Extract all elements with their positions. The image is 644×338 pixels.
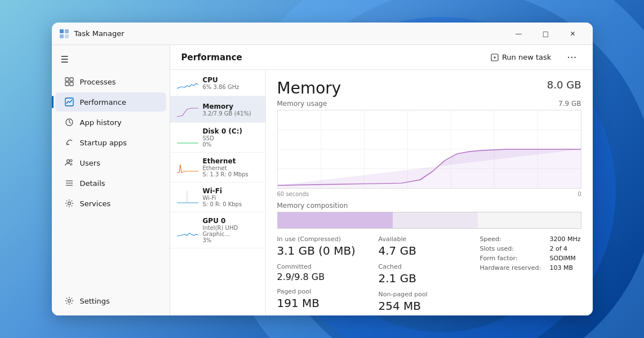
wifi-sub2: S: 0 R: 0 Kbps	[203, 201, 259, 207]
memory-usage-label: Memory usage	[277, 100, 327, 108]
more-options-button[interactable]: ···	[562, 49, 581, 65]
disk-name: Disk 0 (C:)	[203, 127, 259, 135]
panel-title: Performance	[181, 52, 242, 63]
stat-non-paged-pool: Non-paged pool 254 MB	[379, 291, 480, 313]
stat-committed: Committed 2.9/9.8 GB	[277, 263, 379, 282]
device-item-memory[interactable]: Memory 3.2/7.9 GB (41%)	[170, 96, 265, 123]
svg-point-15	[68, 202, 70, 205]
disk-sub2: 0%	[203, 141, 259, 148]
paged-pool-value: 191 MB	[277, 296, 379, 310]
in-use-value: 3.1 GB (0 MB)	[277, 244, 379, 257]
task-manager-window: Task Manager — □ ✕ ☰ Proc	[52, 23, 593, 315]
memory-total-value: 8.0 GB	[547, 79, 581, 91]
wifi-info: Wi-Fi Wi-Fi S: 0 R: 0 Kbps	[203, 187, 259, 207]
memory-info: Memory 3.2/7.9 GB (41%)	[203, 103, 259, 117]
gpu-info: GPU 0 Intel(R) UHD Graphic... 3%	[203, 217, 259, 243]
stat-col-mid: Available 4.7 GB Cached 2.1 GB Non-paged…	[379, 235, 480, 313]
sidebar-item-app-history[interactable]: App history	[55, 113, 166, 132]
comp-free	[478, 212, 581, 228]
composition-label: Memory composition	[277, 202, 581, 210]
cpu-mini-graph	[177, 74, 198, 91]
cached-label: Cached	[379, 263, 480, 270]
users-icon	[64, 158, 74, 168]
minimize-button[interactable]: —	[506, 25, 532, 42]
titlebar: Task Manager — □ ✕	[52, 23, 593, 45]
device-item-cpu[interactable]: CPU 6% 3.86 GHz	[170, 70, 265, 96]
cpu-sub: 6% 3.86 GHz	[203, 84, 259, 90]
device-item-wifi[interactable]: Wi-Fi Wi-Fi S: 0 R: 0 Kbps	[170, 183, 265, 212]
ethernet-info: Ethernet Ethernet S: 1.3 R: 0 Mbps	[203, 157, 259, 177]
memory-usage-row: Memory usage 7.9 GB	[277, 100, 581, 108]
memory-mini-graph	[177, 101, 198, 118]
svg-rect-6	[65, 82, 69, 86]
close-button[interactable]: ✕	[560, 25, 586, 42]
slots-row: Slots used: 2 of 4	[480, 245, 581, 252]
stat-in-use: In use (Compressed) 3.1 GB (0 MB)	[277, 235, 379, 257]
sidebar-item-processes[interactable]: Processes	[55, 72, 166, 91]
graph-label-seconds: 60 seconds	[277, 191, 309, 197]
run-task-icon	[491, 54, 499, 61]
main-panel: Performance Run new task ···	[170, 45, 593, 315]
svg-rect-0	[60, 29, 64, 33]
hamburger-menu[interactable]: ☰	[52, 50, 170, 69]
details-icon	[64, 178, 74, 188]
svg-rect-5	[70, 78, 73, 81]
sidebar-item-users[interactable]: Users	[55, 153, 166, 172]
main-body: CPU 6% 3.86 GHz Memory 3	[170, 70, 593, 315]
startup-apps-label: Startup apps	[80, 139, 127, 147]
settings-label: Settings	[80, 297, 110, 305]
processes-icon	[64, 77, 74, 87]
wifi-name: Wi-Fi	[203, 187, 259, 195]
ethernet-sub1: Ethernet	[203, 165, 259, 171]
device-item-ethernet[interactable]: Ethernet Ethernet S: 1.3 R: 0 Mbps	[170, 153, 265, 183]
available-label: Available	[379, 235, 480, 243]
performance-icon	[64, 97, 74, 107]
sidebar-item-services[interactable]: Services	[55, 194, 166, 213]
sidebar-item-details[interactable]: Details	[55, 174, 166, 193]
svg-rect-2	[60, 34, 64, 38]
header-actions: Run new task ···	[486, 49, 581, 65]
startup-apps-icon	[64, 137, 74, 148]
svg-rect-7	[70, 82, 73, 86]
form-val: SODIMM	[550, 255, 576, 262]
processes-label: Processes	[80, 78, 116, 86]
speed-row: Speed: 3200 MHz	[480, 235, 581, 243]
sidebar-item-settings[interactable]: Settings	[55, 291, 166, 310]
svg-rect-4	[65, 78, 69, 81]
cpu-info: CPU 6% 3.86 GHz	[203, 76, 259, 90]
gpu-name: GPU 0	[203, 217, 259, 225]
cpu-name: CPU	[203, 76, 259, 84]
wifi-mini-graph	[177, 189, 198, 206]
gpu-sub2: 3%	[203, 237, 259, 243]
users-label: Users	[80, 159, 100, 167]
memory-usage-max: 7.9 GB	[558, 100, 581, 108]
device-item-gpu[interactable]: GPU 0 Intel(R) UHD Graphic... 3%	[170, 212, 265, 248]
gpu-sub1: Intel(R) UHD Graphic...	[203, 225, 259, 237]
wifi-sub1: Wi-Fi	[203, 195, 259, 201]
svg-point-16	[68, 300, 70, 303]
performance-label: Performance	[80, 98, 126, 106]
maximize-button[interactable]: □	[533, 25, 559, 42]
sidebar-item-performance[interactable]: Performance	[55, 92, 166, 112]
form-row: Form factor: SODIMM	[480, 255, 581, 262]
stat-paged-pool: Paged pool 191 MB	[277, 288, 379, 310]
stat-available: Available 4.7 GB	[379, 235, 480, 257]
committed-value: 2.9/9.8 GB	[277, 272, 379, 282]
disk-sub1: SSD	[203, 135, 259, 141]
main-header: Performance Run new task ···	[170, 45, 593, 70]
reserved-key: Hardware reserved:	[480, 264, 548, 272]
window-controls: — □ ✕	[506, 25, 586, 42]
ethernet-sub2: S: 1.3 R: 0 Mbps	[203, 171, 259, 177]
sidebar-item-startup-apps[interactable]: Startup apps	[55, 133, 166, 152]
paged-pool-label: Paged pool	[277, 288, 379, 295]
run-new-task-button[interactable]: Run new task	[486, 51, 556, 64]
run-task-label: Run new task	[502, 53, 551, 61]
stat-cached: Cached 2.1 GB	[379, 263, 480, 285]
svg-rect-3	[65, 34, 69, 38]
device-item-disk[interactable]: Disk 0 (C:) SSD 0%	[170, 123, 265, 153]
slots-val: 2 of 4	[550, 245, 568, 252]
svg-point-11	[70, 159, 72, 162]
settings-icon	[64, 296, 74, 306]
app-icon	[59, 28, 70, 39]
cached-value: 2.1 GB	[379, 272, 480, 285]
